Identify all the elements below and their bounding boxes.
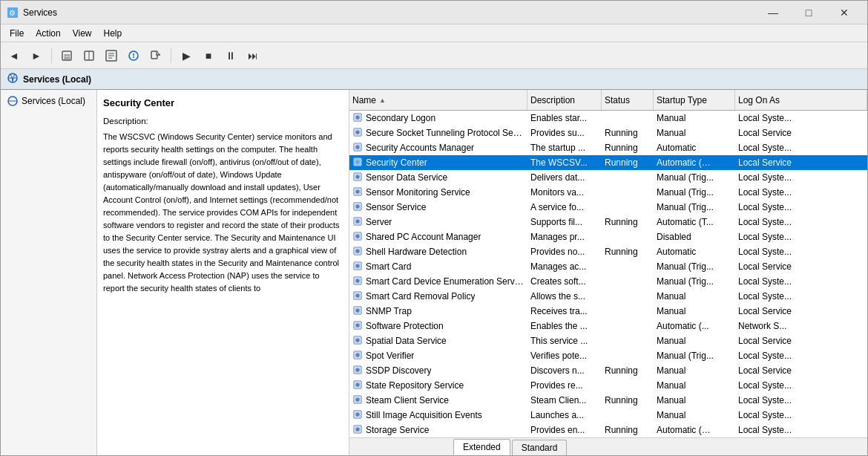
svg-point-41 [355, 264, 359, 267]
up-button[interactable]: ▤ [56, 45, 77, 66]
table-row[interactable]: Shell Hardware DetectionProvides no...Ru… [349, 244, 867, 259]
svg-point-49 [355, 323, 359, 327]
col-header-name[interactable]: Name ▲ [349, 90, 527, 110]
table-row[interactable]: Sensor ServiceA service fo...Manual (Tri… [349, 200, 867, 215]
table-row[interactable]: ServerSupports fil...RunningAutomatic (T… [349, 215, 867, 229]
cell-status [602, 170, 654, 185]
cell-name: Shared PC Account Manager [349, 229, 527, 244]
cell-desc: Verifies pote... [527, 348, 602, 363]
main-pane: Services (Local) Security Center Descrip… [1, 90, 867, 455]
restart-service-button[interactable]: ⏭ [243, 45, 263, 66]
cell-status [602, 274, 654, 289]
table-row[interactable]: Software ProtectionEnables the ...Automa… [349, 319, 867, 333]
cell-logon: Local Syste... [735, 378, 867, 393]
table-row[interactable]: Sensor Data ServiceDelivers dat...Manual… [349, 170, 867, 185]
svg-marker-14 [157, 51, 160, 55]
col-header-logon[interactable]: Log On As [735, 90, 867, 110]
cell-startup: Manual [654, 363, 735, 378]
window-icon: ⚙ [7, 7, 19, 19]
toolbar-separator-2 [171, 48, 171, 63]
table-row[interactable]: Spot VerifierVerifies pote...Manual (Tri… [349, 348, 867, 363]
cell-status: Running [602, 363, 654, 378]
tab-standard[interactable]: Standard [512, 440, 568, 455]
stop-service-button[interactable]: ■ [198, 45, 219, 66]
cell-desc: The WSCSV... [527, 155, 602, 170]
show-hide-button[interactable] [79, 45, 99, 66]
svg-point-59 [355, 397, 359, 401]
table-row[interactable]: Security Accounts ManagerThe startup ...… [349, 140, 867, 155]
cell-status [602, 319, 654, 333]
table-row[interactable]: Smart CardManages ac...Manual (Trig...Lo… [349, 259, 867, 274]
table-row[interactable]: Spatial Data ServiceThis service ...Manu… [349, 333, 867, 348]
service-icon [352, 290, 363, 303]
menu-view[interactable]: View [67, 27, 98, 40]
tab-extended[interactable]: Extended [453, 439, 510, 455]
cell-status: Running [602, 155, 654, 170]
start-service-button[interactable]: ▶ [176, 45, 197, 66]
table-row[interactable]: Shared PC Account ManagerManages pr...Di… [349, 229, 867, 244]
table-row[interactable]: Secure Socket Tunneling Protocol Service… [349, 126, 867, 140]
menu-file[interactable]: File [4, 27, 30, 40]
table-row[interactable]: Still Image Acquisition EventsLaunches a… [349, 408, 867, 423]
title-bar: ⚙ Services — □ ✕ [1, 1, 867, 25]
detail-pane: Security Center Description: The WSCSVC … [97, 90, 349, 455]
col-header-startup[interactable]: Startup Type [654, 90, 735, 110]
table-row[interactable]: State Repository ServiceProvides re...Ma… [349, 378, 867, 393]
sidebar: Services (Local) [1, 90, 97, 455]
table-row[interactable]: Security CenterThe WSCSV...RunningAutoma… [349, 155, 867, 170]
cell-logon: Local Syste... [735, 111, 867, 126]
cell-status: Running [602, 126, 654, 140]
cell-name: Smart Card Device Enumeration Service [349, 274, 527, 289]
cell-logon: Local Syste... [735, 229, 867, 244]
service-icon [352, 186, 363, 199]
svg-point-29 [355, 175, 359, 178]
service-icon [352, 112, 363, 125]
cell-desc: Enables star... [527, 111, 602, 126]
cell-desc: Launches a... [527, 408, 602, 423]
cell-desc: Provides no... [527, 244, 602, 259]
cell-startup: Manual (Trig... [654, 259, 735, 274]
content-area: Services (Local) Services (Local) Securi… [1, 69, 867, 455]
cell-logon: Local Syste... [735, 215, 867, 229]
filter-button[interactable] [123, 45, 144, 66]
col-header-status[interactable]: Status [602, 90, 654, 110]
minimize-button[interactable]: — [756, 3, 790, 22]
cell-startup: Manual (Trig... [654, 170, 735, 185]
cell-logon: Local Syste... [735, 423, 867, 437]
service-icon [352, 157, 363, 169]
cell-logon: Local Syste... [735, 408, 867, 423]
cell-desc: Receives tra... [527, 304, 602, 319]
menu-action[interactable]: Action [30, 27, 66, 40]
table-row[interactable]: Steam Client ServiceSteam Clien...Runnin… [349, 393, 867, 408]
cell-name: Spot Verifier [349, 348, 527, 363]
table-row[interactable]: Storage ServiceProvides en...RunningAuto… [349, 423, 867, 437]
menu-help[interactable]: Help [98, 27, 128, 40]
forward-button[interactable]: ► [26, 45, 47, 66]
properties-button[interactable] [101, 45, 122, 66]
export-button[interactable] [145, 45, 166, 66]
cell-desc: A service fo... [527, 200, 602, 215]
table-row[interactable]: SNMP TrapReceives tra...ManualLocal Serv… [349, 304, 867, 319]
service-icon [352, 305, 363, 318]
svg-point-53 [355, 353, 359, 356]
cell-desc: Allows the s... [527, 289, 602, 304]
table-row[interactable]: Smart Card Removal PolicyAllows the s...… [349, 289, 867, 304]
cell-logon: Network S... [735, 319, 867, 333]
cell-logon: Local Syste... [735, 200, 867, 215]
service-icon [352, 246, 363, 258]
table-row[interactable]: Sensor Monitoring ServiceMonitors va...M… [349, 185, 867, 200]
cell-logon: Local Syste... [735, 289, 867, 304]
pause-service-button[interactable]: ⏸ [220, 45, 241, 66]
table-row[interactable]: Secondary LogonEnables star...ManualLoca… [349, 111, 867, 126]
back-button[interactable]: ◄ [4, 45, 24, 66]
sidebar-item-services[interactable]: Services (Local) [1, 93, 96, 109]
cell-name: SSDP Discovery [349, 363, 527, 378]
table-body[interactable]: Secondary LogonEnables star...ManualLoca… [349, 111, 867, 437]
window-title: Services [23, 7, 756, 18]
table-row[interactable]: Smart Card Device Enumeration ServiceCre… [349, 274, 867, 289]
close-button[interactable]: ✕ [827, 3, 861, 22]
table-row[interactable]: SSDP DiscoveryDiscovers n...RunningManua… [349, 363, 867, 378]
cell-startup: Manual [654, 126, 735, 140]
maximize-button[interactable]: □ [792, 3, 826, 22]
col-header-desc[interactable]: Description [527, 90, 602, 110]
